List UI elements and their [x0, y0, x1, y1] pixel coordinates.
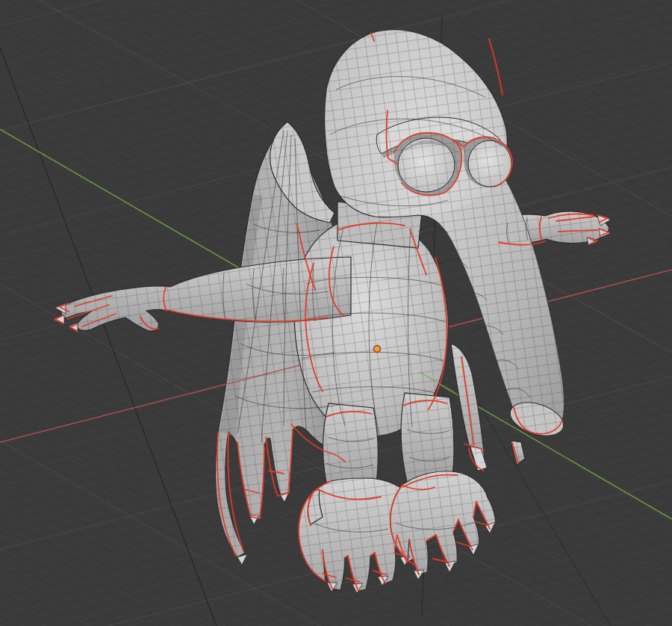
3d-viewport[interactable] — [0, 0, 672, 626]
object-origin-point[interactable] — [374, 346, 381, 353]
